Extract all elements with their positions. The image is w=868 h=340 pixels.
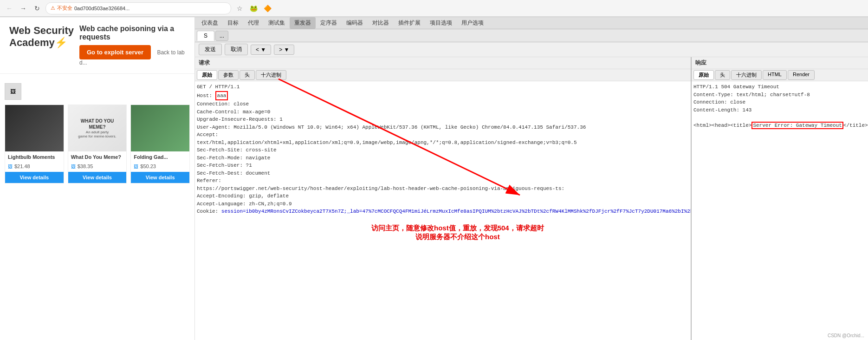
price-icon-lightbulb: 🖼 (8, 164, 13, 169)
req-line-sec-site: Sec-Fetch-Site: cross-site (197, 146, 689, 154)
request-panel: 请求 原始 参数 头 十六进制 GET / HTTP/1.1 Host: aaa… (195, 57, 692, 340)
req-line-sec-dest: Sec-Fetch-Dest: document (197, 170, 689, 177)
menu-target[interactable]: 目标 (223, 17, 243, 29)
response-tabs: 原始 头 十六进制 HTML Render (692, 69, 868, 81)
resp-tab-hex[interactable]: 十六进制 (731, 70, 762, 80)
req-line-host: Host: aaa (197, 91, 689, 101)
browser-toolbar: ← → ↻ ⚠ 不安全 0ad700d503ae326684... ☆ 🐸 🔶 (0, 0, 868, 17)
request-label: 请求 (195, 57, 691, 69)
extension-diamond[interactable]: 🔶 (262, 3, 273, 14)
menu-dashboard[interactable]: 仪表盘 (197, 17, 223, 29)
req-line-connection: Connection: close (197, 100, 689, 108)
site-header: Web Security Academy⚡ Web cache poisonin… (0, 17, 194, 74)
req-line-cookie: Cookie: session=ib0by4zMRonsCvIZCokbeyca… (197, 208, 689, 216)
req-line-accept-value: text/html,application/xhtml+xml,applicat… (197, 139, 689, 147)
req-tab-params[interactable]: 参数 (218, 70, 239, 80)
burp-actions: 发送 取消 < ▼ > ▼ (195, 42, 868, 57)
main-area: Web Security Academy⚡ Web cache poisonin… (0, 17, 868, 340)
product-grid: Lightbulb Moments 🖼 $21.48 View details … (5, 105, 190, 183)
site-logo: Web Security Academy⚡ Web cache poisonin… (9, 25, 185, 66)
cookie-value: session=ib0by4zMRonsCvIZCokbeyca2T7X5n7Z… (221, 209, 691, 214)
resp-status-line: HTTP/1.1 504 Gateway Timeout (693, 83, 866, 91)
req-line-useragent: User-Agent: Mozilla/5.0 (Windows NT 10.0… (197, 124, 689, 131)
resp-content-type: Content-Type: text/html; charset=utf-8 (693, 91, 866, 99)
product-card-folding: Folding Gad... 🖼 $50.23 View details (130, 105, 190, 183)
logo-accent: ⚡ (55, 37, 67, 48)
response-content: HTTP/1.1 504 Gateway Timeout Content-Typ… (692, 81, 868, 340)
req-line-upgrade: Upgrade-Insecure-Requests: 1 (197, 116, 689, 124)
burp-panel: 仪表盘 目标 代理 测试集 重发器 定序器 编码器 对比器 插件扩展 项目选项 … (195, 17, 868, 340)
prev-button[interactable]: < ▼ (251, 45, 271, 55)
burp-tabs-row: S ... (195, 29, 868, 42)
req-tab-headers[interactable]: 头 (240, 70, 255, 80)
req-line-referer-value: https://portswigger.net/web-security/hos… (197, 185, 689, 193)
req-tab-hex[interactable]: 十六进制 (256, 70, 286, 80)
send-button[interactable]: 发送 (199, 44, 222, 55)
req-line-accept-label: Accept: (197, 131, 689, 139)
view-details-meme[interactable]: View details (68, 172, 127, 183)
extension-frog[interactable]: 🐸 (248, 3, 259, 14)
url-text: 0ad700d503ae326684... (74, 6, 130, 11)
bookmark-button[interactable]: ☆ (234, 3, 245, 14)
price-icon-folding: 🖼 (134, 164, 138, 169)
resp-tab-html[interactable]: HTML (763, 70, 787, 80)
resp-tab-headers[interactable]: 头 (715, 70, 730, 80)
menu-proxy[interactable]: 代理 (243, 17, 264, 29)
menu-extensions[interactable]: 插件扩展 (394, 17, 425, 29)
view-details-lightbulb[interactable]: View details (5, 172, 64, 183)
view-details-folding[interactable]: View details (131, 172, 189, 183)
resp-tab-raw[interactable]: 原始 (693, 70, 714, 80)
resp-tab-render[interactable]: Render (788, 70, 815, 80)
resp-blank (693, 114, 866, 122)
meme-title: WHAT DO YOUMEME? (81, 118, 114, 130)
req-line-accept-enc: Accept-Encoding: gzip, deflate (197, 192, 689, 200)
menu-user-options[interactable]: 用户选项 (457, 17, 488, 29)
product-card-meme: WHAT DO YOUMEME? An adult partygame for … (68, 105, 127, 183)
menu-project-options[interactable]: 项目选项 (425, 17, 457, 29)
menu-comparer[interactable]: 对比器 (368, 17, 394, 29)
req-line-sec-mode: Sec-Fetch-Mode: navigate (197, 154, 689, 162)
request-content[interactable]: GET / HTTP/1.1 Host: aaa Connection: clo… (195, 81, 691, 340)
hero-image-placeholder: 🖼 (5, 83, 21, 100)
request-tabs: 原始 参数 头 十六进制 (195, 69, 691, 81)
next-button[interactable]: > ▼ (274, 45, 294, 55)
menu-testset[interactable]: 测试集 (264, 17, 290, 29)
security-warning-icon: ⚠ (51, 5, 55, 11)
resp-body-line: <html><head><title>Server Error: Gateway… (693, 122, 866, 130)
security-warning-text: 不安全 (57, 5, 72, 12)
price-icon-meme: 🖼 (71, 164, 76, 169)
req-line-sec-user: Sec-Fetch-User: ?1 (197, 162, 689, 170)
product-name-lightbulb: Lightbulb Moments (5, 151, 64, 163)
menu-repeater[interactable]: 重发器 (290, 17, 316, 29)
forward-button[interactable]: → (18, 3, 29, 14)
response-panel: 响应 原始 头 十六进制 HTML Render HTTP/1.1 504 Ga… (692, 57, 868, 340)
logo-title: Web Security Academy⚡ (9, 25, 74, 49)
product-name-folding: Folding Gad... (131, 151, 189, 163)
product-image-folding (131, 105, 189, 151)
host-value-box: aaa (215, 91, 228, 101)
reload-button[interactable]: ↻ (32, 3, 43, 14)
gateway-timeout-highlight: Server Error: Gateway Timeout (751, 122, 843, 129)
req-resp-area: 请求 原始 参数 头 十六进制 GET / HTTP/1.1 Host: aaa… (195, 57, 868, 340)
req-line-1: GET / HTTP/1.1 (197, 83, 689, 91)
resp-content-length: Content-Length: 143 (693, 106, 866, 114)
product-price-meme: 🖼 $38.35 (68, 163, 127, 172)
menu-sequencer[interactable]: 定序器 (316, 17, 342, 29)
browser-chrome: ← → ↻ ⚠ 不安全 0ad700d503ae326684... ☆ 🐸 🔶 (0, 0, 868, 17)
req-line-cache: Cache-Control: max-age=0 (197, 108, 689, 116)
csdn-watermark: CSDN @Orchid... (828, 333, 864, 338)
back-button[interactable]: ← (4, 3, 15, 14)
burp-tab-add[interactable]: ... (215, 31, 228, 41)
address-bar[interactable]: ⚠ 不安全 0ad700d503ae326684... (45, 2, 231, 14)
product-price-folding: 🖼 $50.23 (131, 163, 189, 172)
req-line-referer-label: Referer: (197, 177, 689, 185)
product-name-meme: What Do You Meme? (68, 151, 127, 163)
product-card-lightbulb: Lightbulb Moments 🖼 $21.48 View details (5, 105, 64, 183)
req-line-accept-lang: Accept-Language: zh-CN,zh;q=0.9 (197, 200, 689, 208)
exploit-server-button[interactable]: Go to exploit server (79, 45, 151, 59)
menu-encoder[interactable]: 编码器 (342, 17, 368, 29)
website-panel: Web Security Academy⚡ Web cache poisonin… (0, 17, 195, 340)
req-tab-raw[interactable]: 原始 (197, 70, 217, 80)
cancel-button[interactable]: 取消 (225, 44, 248, 55)
burp-tab-s[interactable]: S (197, 31, 214, 41)
